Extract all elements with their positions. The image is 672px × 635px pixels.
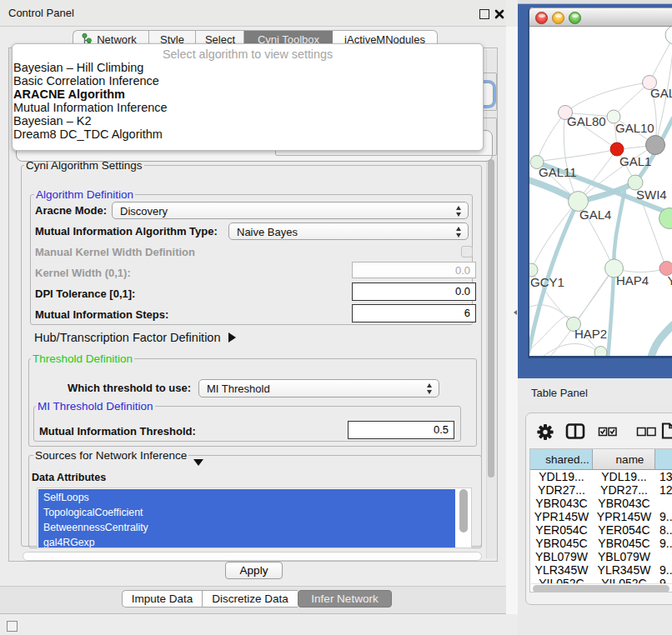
svg-text:SWI4: SWI4: [636, 188, 667, 202]
svg-text:GAL11: GAL11: [539, 165, 577, 179]
svg-text:GAL10: GAL10: [615, 121, 654, 135]
svg-text:GAL4: GAL4: [579, 208, 611, 222]
svg-text:YJ: YJ: [668, 273, 672, 288]
svg-text:HAP4: HAP4: [616, 273, 649, 288]
svg-text:GAL1: GAL1: [619, 154, 651, 168]
svg-text:GCY1: GCY1: [530, 275, 564, 289]
svg-text:GAL7: GAL7: [650, 86, 672, 100]
svg-text:GAL80: GAL80: [567, 114, 606, 128]
svg-text:HAP2: HAP2: [574, 327, 607, 341]
